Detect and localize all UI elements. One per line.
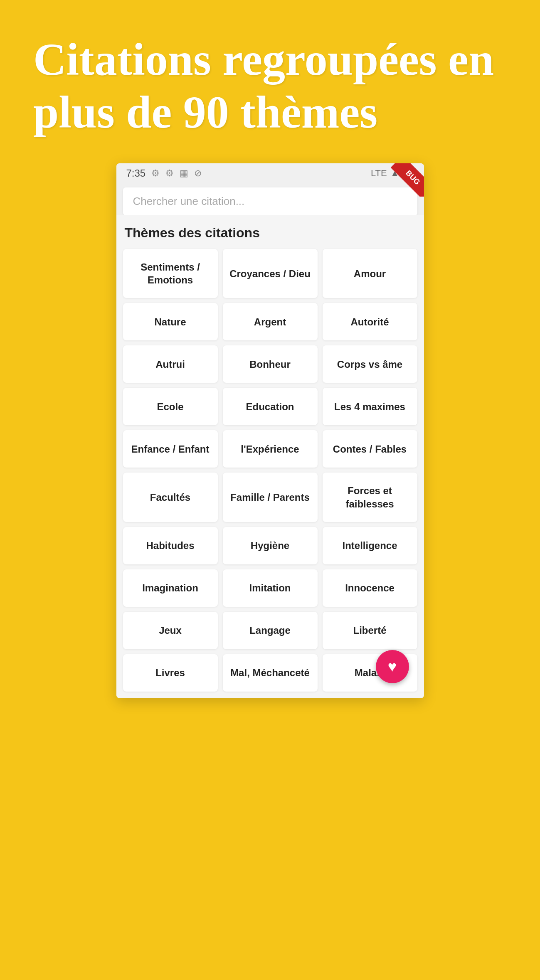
- theme-button[interactable]: Education: [223, 388, 318, 425]
- theme-button[interactable]: Amour: [323, 249, 417, 298]
- hero-section: Citations regroupées en plus de 90 thème…: [0, 0, 540, 163]
- search-placeholder: Chercher une citation...: [133, 195, 245, 208]
- status-left: 7:35 ⚙ ⚙ ▦ ⊘: [126, 167, 202, 179]
- theme-button[interactable]: Innocence: [323, 569, 417, 607]
- theme-button[interactable]: Facultés: [123, 473, 218, 522]
- theme-button[interactable]: Imagination: [123, 569, 218, 607]
- themes-title: Thèmes des citations: [123, 225, 417, 241]
- theme-button[interactable]: Forces et faiblesses: [323, 473, 417, 522]
- theme-button[interactable]: Contes / Fables: [323, 430, 417, 468]
- theme-button[interactable]: Famille / Parents: [223, 473, 318, 522]
- theme-button[interactable]: Liberté: [323, 612, 417, 649]
- theme-button[interactable]: Enfance / Enfant: [123, 430, 218, 468]
- theme-button[interactable]: Croyances / Dieu: [223, 249, 318, 298]
- gear2-icon: ⚙: [165, 168, 174, 179]
- theme-button[interactable]: Habitudes: [123, 527, 218, 564]
- theme-button[interactable]: Intelligence: [323, 527, 417, 564]
- theme-button[interactable]: Corps vs âme: [323, 345, 417, 383]
- gear1-icon: ⚙: [151, 168, 160, 179]
- content-area: Thèmes des citations Sentiments / Emotio…: [116, 215, 424, 698]
- theme-button[interactable]: Les 4 maximes: [323, 388, 417, 425]
- search-bar[interactable]: Chercher une citation...: [123, 187, 417, 215]
- theme-button[interactable]: Jeux: [123, 612, 218, 649]
- theme-button[interactable]: Sentiments / Emotions: [123, 249, 218, 298]
- status-time: 7:35: [126, 167, 146, 179]
- theme-button[interactable]: l'Expérience: [223, 430, 318, 468]
- phone-container: BUG 7:35 ⚙ ⚙ ▦ ⊘ LTE ▲ 🔋 Chercher une ci…: [0, 163, 540, 698]
- theme-button[interactable]: Ecole: [123, 388, 218, 425]
- lte-label: LTE: [371, 168, 387, 179]
- status-bar: 7:35 ⚙ ⚙ ▦ ⊘ LTE ▲ 🔋: [116, 163, 424, 183]
- theme-button[interactable]: Autrui: [123, 345, 218, 383]
- theme-button[interactable]: Nature: [123, 303, 218, 340]
- circle-x-icon: ⊘: [194, 168, 202, 179]
- sim-icon: ▦: [180, 168, 188, 179]
- phone-screen: BUG 7:35 ⚙ ⚙ ▦ ⊘ LTE ▲ 🔋 Chercher une ci…: [116, 163, 424, 698]
- theme-button[interactable]: Hygiène: [223, 527, 318, 564]
- theme-button[interactable]: Livres: [123, 654, 218, 692]
- debug-label: BUG: [391, 163, 424, 197]
- debug-badge: BUG: [391, 163, 424, 197]
- fab-button[interactable]: ♥: [376, 650, 409, 683]
- theme-button[interactable]: Autorité: [323, 303, 417, 340]
- theme-button[interactable]: Argent: [223, 303, 318, 340]
- theme-button[interactable]: Imitation: [223, 569, 318, 607]
- theme-button[interactable]: Bonheur: [223, 345, 318, 383]
- theme-button[interactable]: Langage: [223, 612, 318, 649]
- themes-grid: Sentiments / EmotionsCroyances / DieuAmo…: [123, 249, 417, 692]
- fab-heart-icon: ♥: [388, 658, 397, 675]
- hero-title: Citations regroupées en plus de 90 thème…: [33, 33, 511, 138]
- theme-button[interactable]: Mal, Méchanceté: [223, 654, 318, 692]
